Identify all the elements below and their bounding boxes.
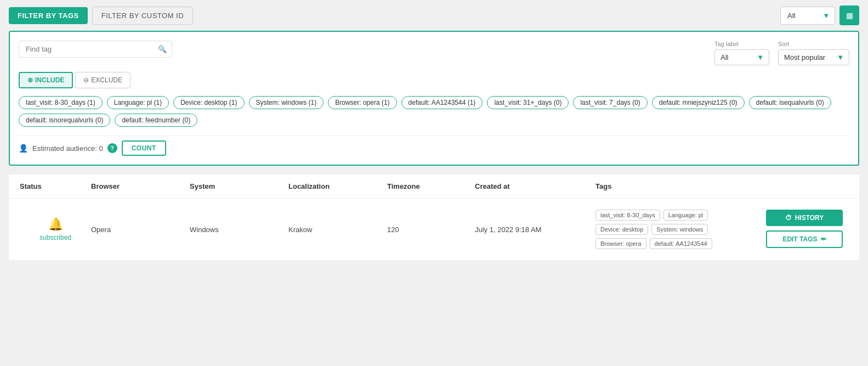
filter-tag-pill[interactable]: System: windows (1)	[249, 96, 324, 109]
filter-tag-pill[interactable]: default: isequalvurls (0)	[749, 96, 831, 109]
include-label: INCLUDE	[35, 76, 64, 84]
history-button[interactable]: ⏱ HISTORY	[766, 210, 843, 226]
table-wrapper: Status Browser System Localization Timez…	[9, 174, 859, 261]
grid-view-button[interactable]: ▦	[839, 5, 859, 25]
all-select-wrapper: All ▼	[780, 7, 835, 25]
history-label: HISTORY	[795, 214, 824, 222]
table-row: 🔔 subscribed Opera Windows Krakow 120 Ju…	[9, 199, 859, 261]
include-button[interactable]: ⊕ INCLUDE	[19, 72, 73, 88]
created-at-cell: July 1, 2022 9:18 AM	[475, 226, 595, 234]
tag-label-sort-label: Tag label	[714, 41, 739, 47]
search-wrapper: 🔍	[19, 41, 172, 58]
header-browser: Browser	[91, 182, 190, 190]
edit-icon: ✏	[821, 235, 826, 243]
tags-actions-cell: last_visit: 8-30_daysLanguage: plDevice:…	[595, 210, 848, 249]
filter-tag-pill[interactable]: last_visit: 8-30_days (1)	[19, 96, 103, 109]
header-created-at: Created at	[475, 182, 595, 190]
table-header: Status Browser System Localization Timez…	[9, 174, 859, 199]
sort-group: Sort Most popular Least popular A-Z Z-A …	[778, 41, 849, 65]
subscribed-label: subscribed	[39, 234, 71, 241]
row-tag-badge: System: windows	[651, 224, 708, 235]
status-cell: 🔔 subscribed	[20, 217, 91, 241]
sort-select[interactable]: Most popular Least popular A-Z Z-A	[778, 49, 849, 65]
filter-tag-pill[interactable]: default: AA1243544 (1)	[401, 96, 483, 109]
header-tags: Tags	[595, 182, 848, 190]
tag-label-select-wrapper: All ▼	[714, 49, 769, 65]
filter-tag-pill[interactable]: last_visit: 31+_days (0)	[487, 96, 569, 109]
header-status: Status	[20, 182, 91, 190]
row-tag-badge: Browser: opera	[595, 238, 646, 249]
filter-by-custom-button[interactable]: FILTER BY CUSTOM ID	[92, 7, 193, 25]
estimated-row: 👤 Estimated audience: 0 ? COUNT	[19, 136, 849, 156]
filter-tag-pill[interactable]: default: isnorequalvurls (0)	[19, 114, 110, 127]
bell-icon: 🔔	[48, 217, 63, 232]
filter-tag-pill[interactable]: Device: desktop (1)	[173, 96, 244, 109]
estimated-audience-text: Estimated audience: 0	[32, 144, 103, 153]
edit-tags-label: EDIT TAGS	[782, 235, 817, 243]
timezone-cell: 120	[387, 226, 475, 234]
filter-tag-pill[interactable]: last_visit: 7_days (0)	[573, 96, 647, 109]
edit-tags-button[interactable]: EDIT TAGS ✏	[766, 230, 843, 248]
exclude-button[interactable]: ⊖ EXCLUDE	[75, 72, 131, 88]
system-cell: Windows	[190, 226, 288, 234]
sort-label: Sort	[778, 41, 789, 47]
filter-panel-sort: Tag label All ▼ Sort Most popular Least …	[714, 41, 849, 65]
filter-panel: 🔍 Tag label All ▼ Sort Most popular Leas…	[9, 31, 859, 166]
header-localization: Localization	[288, 182, 387, 190]
row-tags-cell: last_visit: 8-30_daysLanguage: plDevice:…	[595, 210, 757, 249]
filter-tag-pill[interactable]: default: mniejszyniz125 (0)	[652, 96, 745, 109]
header-system: System	[190, 182, 288, 190]
header-timezone: Timezone	[387, 182, 475, 190]
grid-icon: ▦	[846, 11, 853, 20]
info-badge[interactable]: ?	[107, 143, 117, 153]
tags-area: last_visit: 8-30_days (1)Language: pl (1…	[19, 96, 849, 127]
find-tag-input[interactable]	[19, 41, 172, 58]
actions-cell: ⏱ HISTORY EDIT TAGS ✏	[766, 210, 848, 248]
include-exclude-bar: ⊕ INCLUDE ⊖ EXCLUDE	[19, 72, 849, 88]
top-bar-right: All ▼ ▦	[780, 5, 859, 25]
row-tag-badge: Device: desktop	[595, 224, 648, 235]
row-tag-badge: Language: pl	[663, 210, 708, 221]
row-tag-badge: default: AA1243544	[650, 238, 712, 249]
person-icon: 👤	[19, 144, 28, 153]
include-plus-icon: ⊕	[27, 76, 33, 84]
exclude-minus-icon: ⊖	[83, 76, 89, 84]
filter-tag-pill[interactable]: default: feednumber (0)	[115, 114, 197, 127]
filter-tag-pill[interactable]: Language: pl (1)	[107, 96, 169, 109]
all-select[interactable]: All	[780, 7, 835, 25]
exclude-label: EXCLUDE	[91, 76, 122, 84]
filter-panel-top: 🔍 Tag label All ▼ Sort Most popular Leas…	[19, 41, 849, 65]
tag-label-select[interactable]: All	[714, 49, 769, 65]
sort-select-wrapper: Most popular Least popular A-Z Z-A ▼	[778, 49, 849, 65]
tag-label-sort-group: Tag label All ▼	[714, 41, 769, 65]
browser-cell: Opera	[91, 226, 190, 234]
top-bar: FILTER BY TAGS FILTER BY CUSTOM ID All ▼…	[0, 0, 868, 31]
localization-cell: Krakow	[288, 226, 387, 234]
history-icon: ⏱	[785, 214, 792, 222]
row-tag-badge: last_visit: 8-30_days	[595, 210, 660, 221]
count-button[interactable]: COUNT	[122, 140, 166, 156]
filter-tag-pill[interactable]: Browser: opera (1)	[328, 96, 396, 109]
filter-by-tags-button[interactable]: FILTER BY TAGS	[9, 7, 88, 24]
